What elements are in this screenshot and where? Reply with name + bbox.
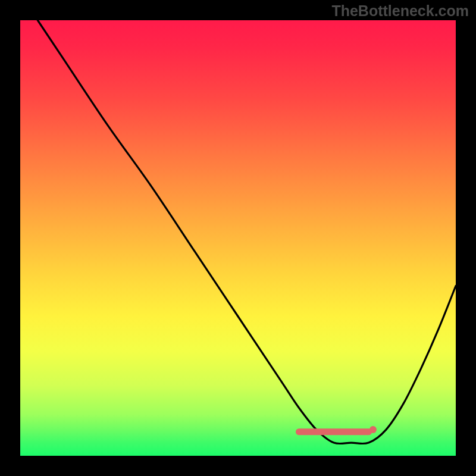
chart-svg: [0, 0, 476, 476]
highlight-dot: [369, 426, 377, 433]
gradient-rect: [20, 20, 456, 456]
chart-container: TheBottleneck.com: [0, 0, 476, 476]
watermark: TheBottleneck.com: [331, 2, 469, 20]
